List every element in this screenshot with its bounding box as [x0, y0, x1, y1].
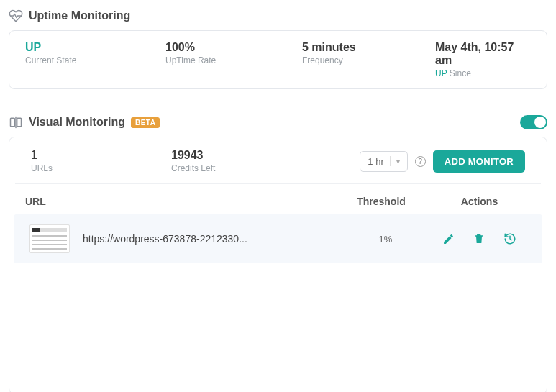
stat-since-label: UP Since: [435, 68, 531, 78]
split-screen-icon: [9, 115, 23, 129]
edit-icon[interactable]: [442, 232, 455, 245]
stat-since-value: May 4th, 10:57 am: [435, 41, 531, 67]
history-icon[interactable]: [503, 232, 516, 245]
stat-uptime-rate: 100% UpTime Rate: [165, 41, 302, 78]
stat-freq-label: Frequency: [302, 55, 435, 65]
interval-value: 1 hr: [368, 156, 383, 167]
stat-current-state: UP Current State: [25, 41, 165, 78]
interval-select[interactable]: 1 hr ▾: [360, 151, 407, 172]
stat-urls: 1 URLs: [31, 149, 171, 173]
help-icon[interactable]: ?: [415, 156, 426, 167]
stat-state-value: UP: [25, 41, 165, 54]
svg-rect-0: [11, 118, 15, 127]
cell-threshold: 1%: [339, 234, 432, 245]
add-monitor-button[interactable]: ADD MONITOR: [433, 150, 525, 173]
monitor-table-header: URL Threshold Actions: [9, 184, 547, 214]
stat-frequency: 5 minutes Frequency: [302, 41, 435, 78]
visual-panel: 1 URLs 19943 Credits Left 1 hr ▾ ? ADD M…: [9, 137, 547, 392]
uptime-section-header: Uptime Monitoring: [9, 9, 547, 23]
stat-since-up-word: UP: [435, 68, 447, 78]
chevron-down-icon: ▾: [396, 158, 400, 165]
select-divider: [390, 156, 391, 166]
visual-top-bar: 1 URLs 19943 Credits Left 1 hr ▾ ? ADD M…: [15, 137, 541, 184]
beta-badge: BETA: [131, 117, 160, 128]
stat-state-label: Current State: [25, 55, 165, 65]
url-text: https://wordpress-673878-2212330...: [83, 233, 247, 245]
visual-controls: 1 hr ▾ ? ADD MONITOR: [360, 150, 525, 173]
stat-urls-value: 1: [31, 149, 171, 162]
visual-monitoring-toggle[interactable]: [520, 115, 547, 129]
stat-credits: 19943 Credits Left: [171, 149, 308, 173]
col-header-threshold: Threshold: [334, 196, 428, 207]
visual-title: Visual Monitoring: [29, 116, 125, 129]
cell-url: https://wordpress-673878-2212330...: [29, 224, 339, 253]
stat-rate-value: 100%: [165, 41, 302, 54]
uptime-stats-panel: UP Current State 100% UpTime Rate 5 minu…: [9, 30, 547, 89]
stat-credits-label: Credits Left: [171, 163, 308, 173]
stat-urls-label: URLs: [31, 163, 171, 173]
delete-icon[interactable]: [473, 232, 485, 245]
table-row: https://wordpress-673878-2212330... 1%: [14, 214, 542, 263]
col-header-actions: Actions: [428, 196, 531, 207]
visual-section-header: Visual Monitoring BETA: [9, 115, 547, 129]
stat-credits-value: 19943: [171, 149, 308, 162]
cell-actions: [432, 232, 527, 245]
stat-freq-value: 5 minutes: [302, 41, 435, 54]
uptime-title: Uptime Monitoring: [29, 9, 130, 22]
stat-rate-label: UpTime Rate: [165, 55, 302, 65]
col-header-url: URL: [25, 196, 334, 207]
heartbeat-icon: [9, 9, 23, 23]
stat-since: May 4th, 10:57 am UP Since: [435, 41, 531, 78]
site-thumbnail[interactable]: [29, 224, 70, 253]
svg-rect-1: [17, 118, 22, 127]
stat-since-rest: Since: [447, 68, 470, 78]
